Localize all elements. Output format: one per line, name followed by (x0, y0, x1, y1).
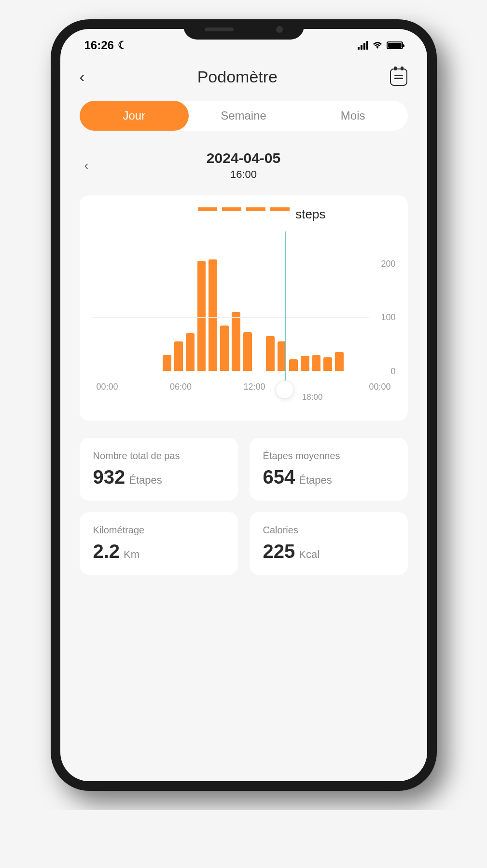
stat-value: 2.2 (93, 541, 120, 562)
chart-bar (232, 312, 240, 371)
date-prev-button[interactable]: ‹ (84, 158, 89, 173)
chart-bar (266, 336, 275, 371)
chart-bar (301, 356, 309, 371)
chart-bar (312, 355, 321, 371)
chart-yaxis: 0100200 (369, 231, 396, 371)
page-title: Podomètre (197, 68, 278, 86)
chart-cursor-handle[interactable] (276, 380, 294, 399)
stats-grid: Nombre total de pas 932 Étapes Étapes mo… (80, 438, 408, 575)
ytick-label: 200 (381, 258, 395, 269)
chart-tooltip-dashes (198, 207, 290, 211)
chart-bar (243, 332, 252, 371)
stat-value: 654 (263, 466, 295, 488)
chart-bar (209, 259, 217, 371)
time-display: 16:00 (207, 168, 280, 181)
phone-frame: 16:26 ☾ ‹ Podomètre Jour Semaine Mois (51, 19, 437, 791)
moon-icon: ☾ (118, 39, 127, 52)
ytick-label: 100 (381, 312, 395, 323)
phone-notch (183, 19, 304, 40)
tab-day[interactable]: Jour (80, 101, 189, 131)
chart-xaxis: 00:0006:0012:0000:00 (92, 382, 396, 407)
stat-value: 932 (93, 466, 125, 488)
stat-calories: Calories 225 Kcal (250, 512, 408, 575)
ytick-label: 0 (390, 366, 395, 377)
xtick-label: 00:00 (97, 382, 118, 392)
xtick-label: 00:00 (369, 382, 390, 392)
stat-distance: Kilométrage 2.2 Km (80, 512, 238, 575)
stat-total-steps: Nombre total de pas 932 Étapes (80, 438, 238, 501)
screen: 16:26 ☾ ‹ Podomètre Jour Semaine Mois (60, 29, 427, 781)
stat-unit: Km (124, 548, 139, 561)
stat-unit: Étapes (299, 474, 332, 487)
date-navigator: ‹ 2024-04-05 16:00 (60, 145, 427, 195)
page-header: ‹ Podomètre (60, 58, 427, 96)
tab-week[interactable]: Semaine (189, 101, 298, 131)
calendar-button[interactable] (390, 68, 407, 86)
wifi-icon (372, 40, 383, 51)
stat-unit: Kcal (299, 548, 320, 561)
tab-month[interactable]: Mois (298, 101, 408, 131)
chart-bar (289, 359, 298, 371)
chart-cursor-line (285, 231, 286, 395)
stat-unit: Étapes (129, 474, 162, 487)
chart-cursor-label: 18:00 (302, 393, 323, 402)
chart-bar (335, 352, 344, 371)
chart-bar (174, 341, 183, 371)
chart-tooltip-label: steps (295, 207, 325, 222)
chart-bar (186, 333, 195, 371)
back-button[interactable]: ‹ (80, 68, 85, 86)
stat-value: 225 (263, 541, 295, 562)
stat-avg-steps: Étapes moyennes 654 Étapes (250, 438, 408, 501)
battery-icon (387, 41, 403, 49)
date-display: 2024-04-05 (207, 150, 280, 166)
chart-bar (163, 355, 171, 371)
xtick-label: 06:00 (170, 382, 192, 392)
chart-bar (197, 261, 206, 371)
chart-plot-area[interactable]: 18:00 (92, 231, 369, 371)
signal-icon (358, 41, 368, 50)
chart-bar (220, 326, 229, 371)
steps-chart-card: steps 18:00 0100200 00:0006:0012:0000:00 (80, 195, 408, 421)
status-time: 16:26 (84, 39, 114, 52)
chart-bar (323, 357, 332, 371)
xtick-label: 12:00 (244, 382, 265, 392)
period-tabs: Jour Semaine Mois (80, 101, 408, 131)
